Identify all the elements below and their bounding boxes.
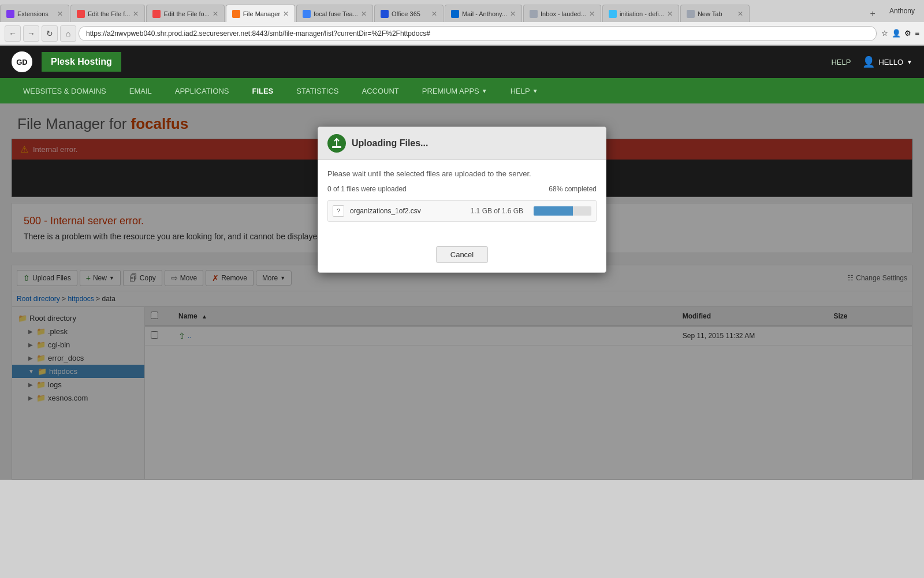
nav-menu-item-premium-apps[interactable]: PREMIUM APPS ▼ xyxy=(411,78,499,103)
browser-chrome: Extensions ✕ Edit the File f... ✕ Edit t… xyxy=(0,0,924,46)
upload-progress-fill xyxy=(534,206,573,216)
tab-close-button[interactable]: ✕ xyxy=(510,10,516,18)
tab-close-button[interactable]: ✕ xyxy=(213,10,218,18)
svg-text:GD: GD xyxy=(16,58,28,66)
tab-label: Edit the File f... xyxy=(88,10,130,17)
tab-label: Mail - Anthony... xyxy=(462,10,507,17)
browser-tab-tab-o365[interactable]: Office 365 ✕ xyxy=(374,5,444,22)
upload-dialog-header: Uploading Files... xyxy=(318,127,606,160)
nav-menu-item-help[interactable]: HELP ▼ xyxy=(499,78,550,103)
upload-overlay: Uploading Files... Please wait until the… xyxy=(0,103,924,480)
nav-menu-item-account[interactable]: ACCOUNT xyxy=(351,78,411,103)
browser-tab-tab-ext[interactable]: Extensions ✕ xyxy=(0,5,69,22)
tab-close-button[interactable]: ✕ xyxy=(283,10,289,18)
tab-label: Edit the File fo... xyxy=(163,10,209,17)
godaddy-header: GD Plesk Hosting HELP 👤 HELLO ▼ xyxy=(0,46,924,78)
nav-dropdown-icon: ▼ xyxy=(482,88,487,94)
tab-favicon xyxy=(303,10,311,18)
help-label[interactable]: HELP xyxy=(831,58,851,66)
hello-dropdown-icon: ▼ xyxy=(907,59,912,65)
upload-progress-bar xyxy=(534,206,591,216)
svg-rect-2 xyxy=(332,146,341,148)
refresh-button[interactable]: ↻ xyxy=(42,25,58,42)
url-bar[interactable] xyxy=(79,26,877,41)
browser-tab-tab-edit2[interactable]: Edit the File fo... ✕ xyxy=(146,5,224,22)
nav-menu-item-websites---domains[interactable]: WEBSITES & DOMAINS xyxy=(12,78,118,103)
upload-stats: 0 of 1 files were uploaded 68% completed xyxy=(327,185,597,193)
tab-favicon xyxy=(530,10,538,18)
tab-label: focal fuse Tea... xyxy=(314,10,358,17)
nav-menu-item-applications[interactable]: APPLICATIONS xyxy=(163,78,241,103)
tab-label: File Manager xyxy=(243,10,280,17)
nav-menu-item-statistics[interactable]: STATISTICS xyxy=(285,78,350,103)
hello-button[interactable]: 👤 HELLO ▼ xyxy=(862,55,912,68)
browser-tab-tab-edit1[interactable]: Edit the File f... ✕ xyxy=(70,5,145,22)
tab-favicon xyxy=(609,10,617,18)
tab-favicon xyxy=(77,10,85,18)
tab-close-button[interactable]: ✕ xyxy=(133,10,139,18)
upload-file-icon: ? xyxy=(333,205,344,217)
home-button[interactable]: ⌂ xyxy=(60,25,76,42)
godaddy-logo-image: GD xyxy=(12,51,32,72)
upload-dialog: Uploading Files... Please wait until the… xyxy=(318,127,606,273)
plesk-hosting-label: Plesk Hosting xyxy=(42,52,121,72)
tab-close-button[interactable]: ✕ xyxy=(431,10,437,18)
tab-favicon xyxy=(381,10,389,18)
tab-label: Extensions xyxy=(17,10,54,17)
tab-label: New Tab xyxy=(698,10,735,17)
nav-menu-item-email[interactable]: EMAIL xyxy=(118,78,163,103)
browser-tab-tab-mail[interactable]: Mail - Anthony... ✕ xyxy=(445,5,522,22)
tab-label: initiation - defi... xyxy=(620,10,664,17)
bookmark-icon[interactable]: ☆ xyxy=(881,29,888,38)
browser-tab-tab-init[interactable]: initiation - defi... ✕ xyxy=(602,5,679,22)
browser-tab-tab-fm[interactable]: File Manager ✕ xyxy=(226,5,295,22)
tab-close-button[interactable]: ✕ xyxy=(361,10,367,18)
tab-close-button[interactable]: ✕ xyxy=(57,10,63,18)
back-button[interactable]: ← xyxy=(5,25,21,42)
godaddy-right: HELP 👤 HELLO ▼ xyxy=(831,55,912,68)
tab-favicon xyxy=(451,10,459,18)
nav-menu-item-files[interactable]: FILES xyxy=(240,78,285,103)
nav-menu: WEBSITES & DOMAINSEMAILAPPLICATIONSFILES… xyxy=(0,78,924,103)
tab-label: Office 365 xyxy=(392,10,429,17)
upload-file-row: ? organizations_1of2.csv 1.1 GB of 1.6 G… xyxy=(327,200,597,222)
tab-bar: Extensions ✕ Edit the File f... ✕ Edit t… xyxy=(0,0,924,22)
tab-favicon xyxy=(687,10,695,18)
upload-dialog-icon xyxy=(327,134,346,153)
upload-file-size: 1.1 GB of 1.6 GB xyxy=(471,207,523,215)
completed-text: 68% completed xyxy=(549,185,597,193)
upload-file-name: organizations_1of2.csv xyxy=(350,207,465,215)
tab-label: Inbox - lauded... xyxy=(541,10,586,17)
tab-favicon xyxy=(6,10,14,18)
profile-icon[interactable]: 👤 xyxy=(892,29,901,38)
browser-tab-tab-inbox[interactable]: Inbox - lauded... ✕ xyxy=(523,5,601,22)
new-tab-button[interactable]: + xyxy=(866,6,880,22)
upload-dialog-title: Uploading Files... xyxy=(352,138,428,149)
main-content: File Manager for focalfus ⚠ Internal err… xyxy=(0,103,924,480)
tab-close-button[interactable]: ✕ xyxy=(737,10,743,18)
nav-bar: ← → ↻ ⌂ ☆ 👤 ⚙ ≡ xyxy=(0,22,924,45)
tab-favicon xyxy=(232,10,240,18)
user-name: Anthony xyxy=(880,0,924,22)
cancel-button[interactable]: Cancel xyxy=(436,246,488,263)
browser-tab-tab-new[interactable]: New Tab ✕ xyxy=(680,5,750,22)
tab-close-button[interactable]: ✕ xyxy=(667,10,673,18)
nav-icons: ☆ 👤 ⚙ ≡ xyxy=(881,29,919,38)
upload-description: Please wait until the selected files are… xyxy=(327,169,597,178)
godaddy-logo: GD Plesk Hosting xyxy=(12,51,121,72)
files-uploaded-text: 0 of 1 files were uploaded xyxy=(327,185,407,193)
user-icon: 👤 xyxy=(862,55,875,68)
hello-text: HELLO xyxy=(878,58,903,66)
menu-icon[interactable]: ≡ xyxy=(915,29,919,38)
extensions-icon[interactable]: ⚙ xyxy=(904,29,911,38)
tab-close-button[interactable]: ✕ xyxy=(589,10,595,18)
upload-dialog-body: Please wait until the selected files are… xyxy=(318,160,606,240)
browser-tab-tab-focal[interactable]: focal fuse Tea... ✕ xyxy=(296,5,373,22)
upload-dialog-footer: Cancel xyxy=(318,240,606,272)
forward-button[interactable]: → xyxy=(23,25,39,42)
tab-favicon xyxy=(152,10,161,18)
nav-dropdown-icon: ▼ xyxy=(532,88,538,94)
